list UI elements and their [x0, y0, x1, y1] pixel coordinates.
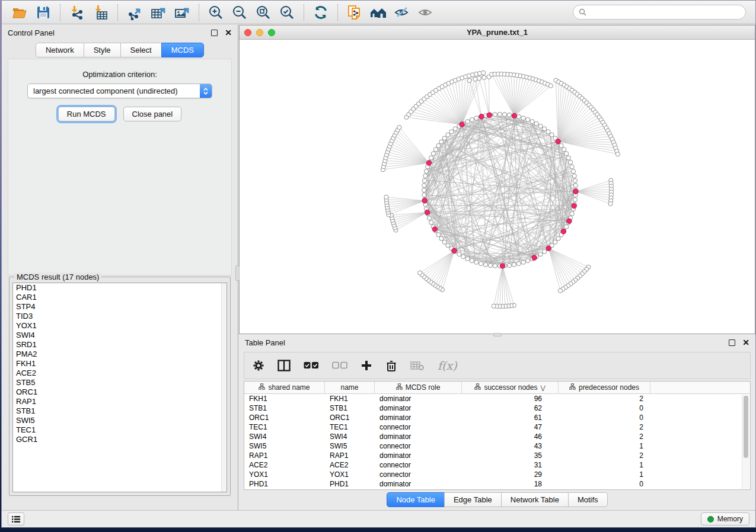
mcds-result-item[interactable]: ACE2 [13, 368, 227, 378]
column-header-MCDS-role[interactable]: MCDS role [375, 382, 462, 393]
import-network-from-file-icon[interactable] [65, 2, 89, 23]
close-panel-button[interactable]: Close panel [123, 107, 182, 121]
vertical-splitter-grip[interactable] [235, 265, 240, 281]
horizontal-splitter-grip[interactable] [493, 333, 502, 336]
float-panel-icon[interactable] [729, 339, 735, 346]
window-minimize-icon[interactable] [256, 29, 263, 36]
table-row[interactable]: RAP1RAP1dominator352 [244, 451, 750, 460]
table-cell: 1 [559, 470, 650, 479]
deselect-all-columns-icon[interactable] [332, 361, 347, 370]
control-panel: Control Panel ✕ Network Style Select MCD… [2, 25, 238, 510]
column-header-name[interactable]: name [325, 382, 375, 393]
run-mcds-button[interactable]: Run MCDS [58, 107, 115, 121]
mcds-result-item[interactable]: STB1 [13, 406, 227, 416]
show-all-icon[interactable] [414, 2, 438, 23]
table-row[interactable]: STB1STB1dominator620 [244, 403, 750, 413]
optimization-criterion-label: Optimization criterion: [8, 70, 231, 79]
mcds-result-item[interactable]: PMA2 [13, 350, 227, 359]
column-type-icon [569, 383, 576, 392]
float-panel-icon[interactable] [211, 30, 218, 36]
table-scrollbar[interactable] [742, 395, 749, 489]
show-task-history-button[interactable] [8, 512, 24, 525]
duplicate-network-icon[interactable] [343, 2, 366, 23]
mcds-result-item[interactable]: TEC1 [13, 425, 227, 435]
first-neighbors-of-selected-icon[interactable] [366, 2, 390, 23]
mcds-result-item[interactable]: SRD1 [13, 340, 227, 350]
column-header-shared-name[interactable]: shared name [244, 382, 325, 393]
delete-columns-icon[interactable] [385, 360, 397, 372]
export-table-icon[interactable] [146, 2, 170, 23]
tab-mcds[interactable]: MCDS [161, 43, 204, 57]
table-row[interactable]: ACE2ACE2connector311 [244, 460, 750, 470]
optimization-criterion-select[interactable]: largest connected component (undirected) [27, 84, 212, 98]
mcds-result-item[interactable]: FKH1 [13, 359, 227, 368]
column-header-successor-nodes[interactable]: successor nodes⋁ [462, 382, 559, 393]
mcds-result-item[interactable]: ORC1 [13, 387, 227, 397]
mcds-result-item[interactable]: PHD1 [13, 283, 227, 293]
table-row[interactable]: YOX1YOX1connector291 [244, 470, 750, 479]
zoom-out-icon[interactable] [228, 2, 251, 23]
table-cell: STB1 [244, 404, 325, 412]
mcds-result-item[interactable]: STP4 [13, 302, 227, 312]
memory-button[interactable]: Memory [701, 512, 749, 525]
table-row[interactable]: PHD1PHD1dominator180 [244, 479, 750, 489]
table-row[interactable]: SWI4SWI4dominator462 [244, 432, 750, 441]
table-panel: Table Panel ✕ [239, 335, 755, 510]
create-column-icon[interactable] [361, 360, 372, 371]
table-cell: STB1 [325, 404, 375, 412]
table-options-icon[interactable] [253, 360, 264, 371]
search-box[interactable] [573, 5, 746, 20]
network-graph[interactable] [240, 40, 754, 334]
import-table-from-file-icon[interactable] [89, 2, 113, 23]
mcds-result-item[interactable]: SWI4 [13, 331, 227, 340]
open-file-icon[interactable] [8, 2, 31, 23]
tab-edge-table[interactable]: Edge Table [444, 492, 501, 507]
table-row[interactable]: FKH1FKH1dominator962 [244, 394, 750, 403]
apply-preferred-layout-icon[interactable] [309, 2, 333, 23]
select-all-columns-icon[interactable] [304, 361, 319, 370]
window-maximize-icon[interactable] [268, 29, 275, 36]
mcds-result-item[interactable]: RAP1 [13, 397, 227, 406]
control-panel-header: Control Panel ✕ [2, 25, 238, 40]
network-canvas[interactable] [240, 40, 755, 334]
window-close-icon[interactable] [244, 29, 251, 36]
tab-select[interactable]: Select [120, 43, 161, 57]
export-network-icon[interactable] [123, 2, 146, 23]
tab-network[interactable]: Network [36, 43, 84, 57]
mcds-result-item[interactable]: TID3 [13, 312, 227, 321]
mcds-result-item[interactable]: SWI5 [13, 416, 227, 425]
mcds-result-list[interactable]: PHD1CAR1STP4TID3YOX1SWI4SRD1PMA2FKH1ACE2… [12, 283, 227, 492]
close-panel-icon[interactable]: ✕ [225, 28, 232, 37]
table-row[interactable]: ORC1ORC1dominator610 [244, 413, 750, 422]
save-session-icon[interactable] [31, 2, 55, 23]
table-cell: TEC1 [244, 423, 325, 431]
mcds-result-item[interactable]: YOX1 [13, 321, 227, 331]
table-row[interactable]: SWI5SWI5connector431 [244, 441, 750, 451]
toolbar-separator [199, 4, 199, 21]
sort-menu-icon[interactable]: ⋁ [540, 384, 545, 391]
zoom-in-icon[interactable] [204, 2, 228, 23]
table-cell: 96 [462, 395, 559, 403]
close-panel-icon[interactable]: ✕ [742, 338, 749, 347]
show-columns-icon[interactable] [277, 360, 291, 371]
mcds-result-item[interactable]: STB5 [13, 378, 227, 387]
mcds-result-item[interactable]: GCR1 [13, 435, 227, 444]
network-window-title: YPA_prune.txt_1 [240, 28, 755, 37]
zoom-fit-content-icon[interactable] [251, 2, 275, 23]
export-image-icon[interactable] [170, 2, 194, 23]
search-input[interactable] [590, 8, 740, 17]
table-cell: 2 [559, 423, 650, 431]
mcds-list-scrollbar[interactable] [221, 283, 227, 492]
hide-selected-icon[interactable] [390, 2, 414, 23]
table-scrollbar-thumb[interactable] [744, 396, 748, 458]
table-row[interactable]: TEC1TEC1connector472 [244, 422, 750, 432]
tab-motifs[interactable]: Motifs [568, 492, 608, 507]
function-builder-icon[interactable]: f(x) [438, 359, 457, 372]
column-header-predecessor-nodes[interactable]: predecessor nodes [559, 382, 650, 393]
tab-style[interactable]: Style [84, 43, 120, 57]
zoom-selected-region-icon[interactable] [275, 2, 299, 23]
delete-table-icon[interactable] [410, 361, 425, 371]
mcds-result-item[interactable]: CAR1 [13, 293, 227, 302]
tab-network-table[interactable]: Network Table [501, 492, 568, 507]
tab-node-table[interactable]: Node Table [387, 492, 444, 507]
